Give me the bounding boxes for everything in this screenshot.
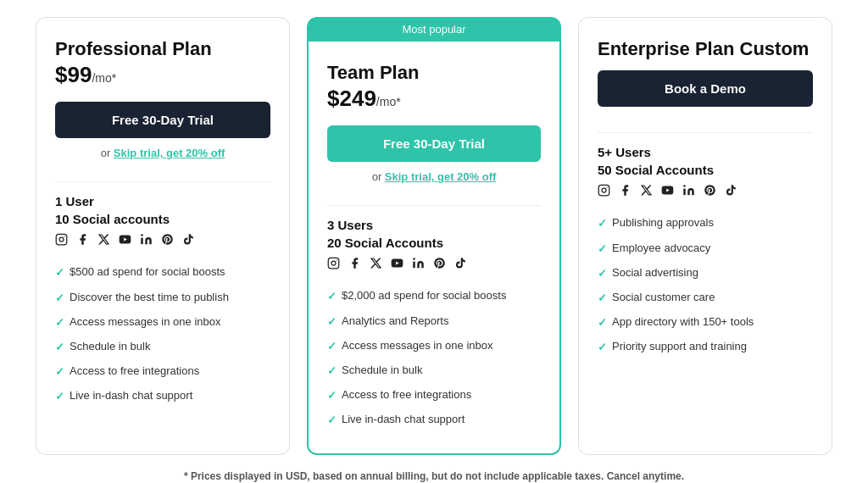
svg-rect-10	[413, 262, 415, 269]
skip-link-anchor[interactable]: Skip trial, get 20% off	[114, 147, 225, 159]
feature-item: ✓Schedule in bulk	[327, 358, 541, 383]
feature-item: ✓Discover the best time to publish	[55, 286, 270, 310]
feature-text: $2,000 ad spend for social boosts	[342, 288, 506, 303]
linkedin-icon	[412, 257, 425, 272]
feature-text: Access to free integrations	[70, 364, 199, 379]
svg-point-11	[413, 258, 415, 261]
feature-text: Schedule in bulk	[342, 363, 422, 378]
svg-point-5	[141, 235, 143, 237]
svg-rect-6	[328, 258, 339, 269]
social-icons-row	[327, 257, 541, 272]
pricing-container: Professional Plan$99/mo*Free 30-Day Tria…	[25, 17, 843, 455]
check-icon: ✓	[55, 340, 64, 355]
feature-text: Access to free integrations	[342, 387, 471, 402]
svg-point-8	[336, 260, 337, 261]
feature-text: Schedule in bulk	[70, 339, 150, 354]
features-list: ✓Publishing approvals✓Employee advocacy✓…	[598, 211, 813, 359]
plan-name: Enterprise Plan Custom	[598, 38, 813, 60]
cta-button-team[interactable]: Free 30-Day Trial	[327, 125, 541, 162]
feature-item: ✓Priority support and training	[598, 335, 813, 359]
disclaimer: * Prices displayed in USD, based on annu…	[25, 470, 843, 482]
plan-price: $249/mo*	[327, 86, 541, 112]
feature-item: ✓Analytics and Reports	[327, 309, 541, 334]
facebook-icon	[76, 233, 89, 248]
social-accounts-label: 10 Social accounts	[55, 212, 270, 226]
plan-price: $99/mo*	[55, 62, 270, 88]
users-label: 3 Users	[327, 218, 541, 232]
plan-card-professional: Professional Plan$99/mo*Free 30-Day Tria…	[36, 17, 290, 455]
feature-text: Live in-dash chat support	[70, 388, 192, 403]
plan-name: Team Plan	[327, 62, 541, 84]
feature-text: Priority support and training	[612, 339, 747, 354]
feature-item: ✓Publishing approvals	[598, 211, 813, 236]
skip-link-anchor[interactable]: Skip trial, get 20% off	[385, 170, 496, 183]
skip-link: or Skip trial, get 20% off	[327, 170, 541, 183]
instagram-icon	[598, 184, 610, 199]
check-icon: ✓	[327, 314, 337, 330]
feature-text: App directory with 150+ tools	[612, 314, 754, 330]
facebook-icon	[348, 257, 361, 272]
linkedin-icon	[140, 233, 153, 248]
pinterest-icon	[433, 257, 446, 272]
check-icon: ✓	[598, 340, 607, 355]
users-label: 1 User	[55, 194, 270, 208]
feature-item: ✓Schedule in bulk	[55, 335, 270, 359]
instagram-icon	[55, 233, 68, 248]
social-accounts-label: 20 Social Accounts	[327, 236, 541, 250]
social-icons-row	[55, 233, 270, 248]
cta-button-enterprise[interactable]: Book a Demo	[598, 70, 813, 107]
check-icon: ✓	[598, 216, 607, 231]
svg-point-14	[606, 187, 607, 188]
feature-item: ✓Access to free integrations	[55, 359, 270, 384]
youtube-icon	[391, 257, 403, 272]
check-icon: ✓	[55, 265, 64, 280]
svg-rect-12	[598, 186, 609, 197]
feature-text: Live in-dash chat support	[342, 412, 465, 427]
check-icon: ✓	[55, 389, 64, 404]
feature-item: ✓$500 ad spend for social boosts	[55, 260, 270, 285]
pinterest-icon	[704, 184, 716, 199]
check-icon: ✓	[55, 291, 64, 306]
svg-point-1	[59, 237, 64, 242]
svg-rect-0	[56, 235, 67, 246]
users-label: 5+ Users	[598, 145, 813, 159]
twitter-icon	[97, 233, 110, 248]
facebook-icon	[619, 184, 632, 199]
tiktok-icon	[454, 257, 467, 272]
svg-point-13	[602, 188, 606, 192]
feature-item: ✓Social advertising	[598, 261, 813, 286]
feature-item: ✓Access messages in one inbox	[55, 310, 270, 335]
plan-card-team: Team Plan$249/mo*Free 30-Day Trialor Ski…	[307, 42, 561, 455]
popular-badge: Most popular	[307, 17, 561, 42]
features-list: ✓$2,000 ad spend for social boosts✓Analy…	[327, 284, 541, 432]
feature-text: Access messages in one inbox	[70, 314, 220, 330]
feature-text: Social customer care	[612, 290, 715, 305]
feature-item: ✓Access messages in one inbox	[327, 334, 541, 358]
twitter-icon	[640, 184, 653, 199]
tiktok-icon	[725, 184, 737, 199]
svg-rect-16	[683, 189, 686, 196]
pinterest-icon	[161, 233, 174, 248]
feature-text: $500 ad spend for social boosts	[70, 264, 225, 280]
plan-card-enterprise: Enterprise Plan CustomBook a Demo5+ User…	[578, 17, 832, 455]
svg-point-17	[683, 186, 686, 188]
feature-text: Social advertising	[612, 265, 698, 280]
check-icon: ✓	[55, 315, 64, 330]
check-icon: ✓	[598, 266, 607, 281]
check-icon: ✓	[598, 315, 607, 330]
feature-text: Analytics and Reports	[342, 314, 448, 329]
check-icon: ✓	[598, 291, 607, 306]
cta-button-professional[interactable]: Free 30-Day Trial	[55, 102, 270, 138]
feature-item: ✓$2,000 ad spend for social boosts	[327, 284, 541, 308]
popular-plan-wrapper: Most popularTeam Plan$249/mo*Free 30-Day…	[307, 17, 561, 455]
svg-point-2	[64, 236, 64, 237]
feature-text: Publishing approvals	[612, 215, 714, 230]
instagram-icon	[327, 257, 340, 272]
feature-item: ✓Live in-dash chat support	[55, 384, 270, 408]
feature-text: Access messages in one inbox	[342, 338, 492, 353]
feature-item: ✓App directory with 150+ tools	[598, 310, 813, 335]
feature-item: ✓Employee advocacy	[598, 236, 813, 261]
feature-item: ✓Access to free integrations	[327, 383, 541, 408]
features-list: ✓$500 ad spend for social boosts✓Discove…	[55, 260, 270, 408]
check-icon: ✓	[327, 289, 337, 304]
